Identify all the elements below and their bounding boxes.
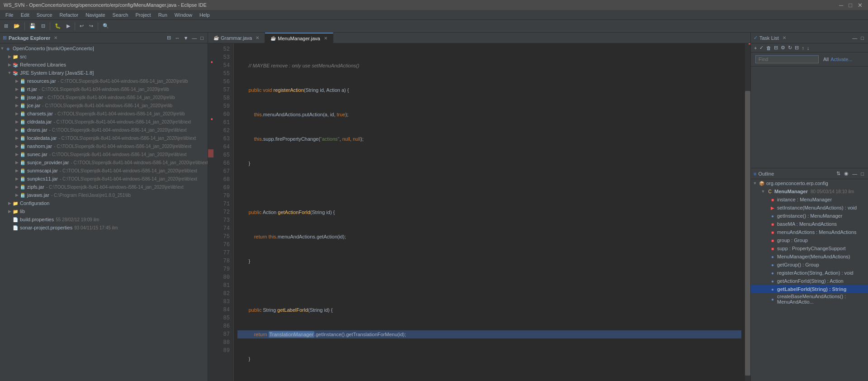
tree-referenced-libs[interactable]: ▶ 📚 Referenced Libraries [0,61,208,69]
collapse-all-btn[interactable]: ⊟ [166,34,172,41]
tree-jar-nashorn[interactable]: ▶ 🫙 nashorn.jar - C:\TOOLS\openjdk-8u41-… [0,142,208,150]
view-menu-btn[interactable]: ▼ [182,34,190,41]
outline-method-getgroup[interactable]: ● getGroup() : Group [751,261,868,269]
tree-jar-sunmscapi[interactable]: ▶ 🫙 sunmscapi.jar - C:\TOOLS\openjdk-8u4… [0,167,208,175]
ln-87: 87 [215,330,230,338]
right-panel: ✓ Task List ✕ — □ + ✓ 🗑 ⊟ ⚙ ↻ ⊟ ↑ ↓ [750,33,868,381]
maximize-panel-btn[interactable]: □ [199,34,205,41]
outline-hide-btn[interactable]: ◉ [843,170,850,177]
marker-column: ● ● [208,43,213,381]
debug-btn[interactable]: 🐛 [52,21,63,31]
task-all-btn[interactable]: All [823,57,829,62]
method-public-icon-5: ● [769,286,776,293]
maximize-btn[interactable]: □ [847,2,854,9]
tree-jar-jce[interactable]: ▶ 🫙 jce.jar - C:\TOOLS\openjdk-8u41-b04-… [0,101,208,110]
menu-help[interactable]: Help [196,11,213,19]
outline-method-getactionforid[interactable]: ● getActionForId(String) : Action [751,277,868,285]
menu-edit[interactable]: Edit [17,11,33,19]
outline-field-menuandactions[interactable]: ■ menuAndActions : MenuAndActions [751,228,868,236]
tree-root[interactable]: ▼ ◈ OpenConcerto [trunk/OpenConcerto] [0,44,208,52]
outline-method-getinstance[interactable]: ● getInstance() : MenuManager [751,212,868,220]
outline-method-setinstance[interactable]: ▶ setInstance(MenuAndActions) : void [751,204,868,212]
editor-scroll-thumb[interactable] [745,91,750,376]
task-new-btn[interactable]: + [753,45,758,51]
tree-jar-sunec[interactable]: ▶ 🫙 sunec.jar - C:\TOOLS\openjdk-8u41-b0… [0,150,208,158]
grammar-tab-close[interactable]: ✕ [256,35,259,40]
code-content[interactable]: // MAYBE remove : only use setMenuAndAct… [234,43,745,381]
run-btn[interactable]: ▶ [64,21,72,31]
tree-jre[interactable]: ▼ 📚 JRE System Library [JavaSE-1.8] [0,69,208,77]
task-activate-btn[interactable]: Activate... [830,57,852,62]
package-explorer-close-icon[interactable]: ✕ [54,35,57,40]
outline-title: Outline [758,171,774,176]
menu-search[interactable]: Search [109,11,132,19]
outline-sort-btn[interactable]: ⇅ [835,170,842,177]
outline-package[interactable]: ▼ 📦 org.openconcerto.erp.config [751,179,868,187]
tree-lib[interactable]: ▶ 📁 lib [0,207,208,215]
outline-maximize-btn[interactable]: □ [859,170,865,177]
outline-constructor[interactable]: ● MenuManager(MenuAndActions) [751,252,868,261]
tree-jar-cldrdata[interactable]: ▶ 🫙 cldrdata.jar - C:\TOOLS\openjdk-8u41… [0,118,208,126]
task-sync-btn[interactable]: ↻ [787,44,793,51]
task-list-maximize-btn[interactable]: □ [859,35,865,41]
tree-build-properties[interactable]: ▶ 📄 build.properties 55 28/02/12 19:09 i… [0,215,208,224]
menu-run[interactable]: Run [155,11,171,19]
undo-btn[interactable]: ↩ [77,21,86,31]
tree-sonar-properties[interactable]: ▶ 📄 sonar-project.properties 93 04/11/15… [0,224,208,232]
outline-field-group[interactable]: ■ group : Group [751,236,868,244]
save-btn[interactable]: 💾 [27,21,38,31]
center-panel: ☕ Grammar.java ✕ ☕ MenuManager.java ✕ ● … [208,33,750,381]
tree-container[interactable]: ▼ ◈ OpenConcerto [trunk/OpenConcerto] ▶ … [0,43,208,381]
task-filter-btn[interactable]: ⊟ [773,44,779,51]
task-prev-btn[interactable]: ↑ [800,45,806,51]
tree-jar-jsse[interactable]: ▶ 🫙 jsse.jar - C:\TOOLS\openjdk-8u41-b04… [0,93,208,101]
new-btn[interactable]: ⊞ [2,21,10,31]
tree-configuration[interactable]: ▶ 📁 Configuration [0,199,208,207]
link-editor-btn[interactable]: ↔ [173,34,181,41]
task-complete-btn[interactable]: ✓ [758,44,765,51]
task-list-minimize-btn[interactable]: — [851,35,859,41]
editor-scroll-indicator[interactable] [745,43,750,381]
close-btn[interactable]: ✕ [856,2,864,9]
menu-source[interactable]: Source [33,11,56,19]
tree-jar-dnsns[interactable]: ▶ 🫙 dnsns.jar - C:\TOOLS\openjdk-8u41-b0… [0,126,208,134]
outline-method-registeraction[interactable]: ● registerAction(String, Action) : void [751,269,868,277]
tree-jar-sunjce[interactable]: ▶ 🫙 sunjce_provider.jar - C:\TOOLS\openj… [0,158,208,167]
task-settings-btn[interactable]: ⚙ [779,44,787,51]
menu-refactor[interactable]: Refactor [56,11,82,19]
tab-grammar-java[interactable]: ☕ Grammar.java ✕ [208,33,265,43]
task-find-input[interactable] [755,55,819,63]
save-all-btn[interactable]: ⊟ [39,21,47,31]
tree-jar-rt[interactable]: ▶ 🫙 rt.jar - C:\TOOLS\openjdk-8u41-b04-w… [0,85,208,93]
outline-method-getlabelforid[interactable]: ● getLabelForId(String) : String [751,285,868,293]
outline-method-createbase[interactable]: ● createBaseMenuAndActions() : MenuAndAc… [751,293,868,305]
tree-jar-sunpkcs11[interactable]: ▶ 🫙 sunpkcs11.jar - C:\TOOLS\openjdk-8u4… [0,175,208,183]
outline-minimize-btn[interactable]: — [851,170,859,177]
outline-field-supp[interactable]: ■ supp : PropertyChangeSupport [751,244,868,252]
menu-window[interactable]: Window [171,11,196,19]
redo-btn[interactable]: ↪ [87,21,95,31]
tree-jar-javaws[interactable]: ▶ 🫙 javaws.jar - C:\Program Files\Java\j… [0,191,208,199]
task-delete-btn[interactable]: 🗑 [765,45,773,51]
tree-jar-charsets[interactable]: ▶ 🫙 charsets.jar - C:\TOOLS\openjdk-8u41… [0,110,208,118]
outline-field-basema[interactable]: ■ baseMA : MenuAndActions [751,220,868,228]
tree-jar-resources[interactable]: ▶ 🫙 resources.jar - C:\TOOLS\openjdk-8u4… [0,77,208,85]
tree-jar-localedata[interactable]: ▶ 🫙 localedata.jar - C:\TOOLS\openjdk-8u… [0,134,208,142]
outline-field-instance[interactable]: ■ instance : MenuManager [751,195,868,204]
task-list-close-icon[interactable]: ✕ [783,35,786,40]
tab-menumanager-java[interactable]: ☕ MenuManager.java ✕ [265,33,333,43]
menu-project[interactable]: Project [132,11,154,19]
task-next-btn[interactable]: ↓ [806,45,811,51]
tree-src[interactable]: ▶ 📁 src [0,52,208,61]
minimize-btn[interactable]: ─ [837,2,845,9]
search-toolbar-btn[interactable]: 🔍 [100,21,111,31]
sonar-file-icon: 📄 [12,224,19,231]
menu-navigate[interactable]: Navigate [82,11,109,19]
task-collapse-btn[interactable]: ⊟ [793,44,800,51]
menu-file[interactable]: File [2,11,17,19]
menumanager-tab-close[interactable]: ✕ [324,36,327,41]
outline-class-menumanager[interactable]: ▼ C MenuManager 80 05/03/14 18:10 ilm [751,187,868,195]
tree-jar-zipfs[interactable]: ▶ 🫙 zipfs.jar - C:\TOOLS\openjdk-8u41-b0… [0,183,208,191]
minimize-panel-btn[interactable]: — [190,34,198,41]
open-btn[interactable]: 📂 [11,21,22,31]
